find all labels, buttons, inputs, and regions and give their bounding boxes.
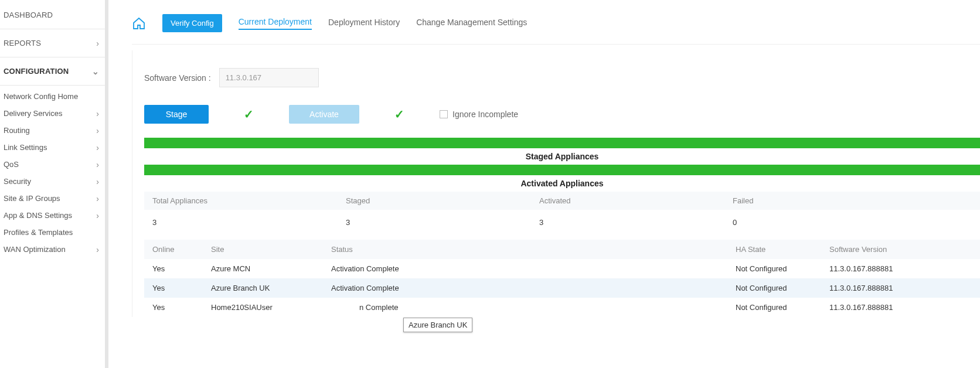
summary-header-row: Total Appliances Staged Activated Failed xyxy=(144,192,980,210)
sidebar-item-label: QoS xyxy=(4,160,19,169)
th-online: Online xyxy=(152,245,211,254)
sidebar-item-qos[interactable]: QoS › xyxy=(0,156,105,173)
sidebar-item-wan-optimization[interactable]: WAN Optimization › xyxy=(0,241,105,258)
table-row[interactable]: Yes Azure Branch UK Activation Complete … xyxy=(144,278,980,298)
summary-header: Failed xyxy=(733,196,926,205)
tab-deployment-history[interactable]: Deployment History xyxy=(328,18,400,29)
sidebar-item-delivery-services[interactable]: Delivery Services › xyxy=(0,105,105,122)
sidebar-item-app-dns-settings[interactable]: App & DNS Settings › xyxy=(0,207,105,224)
chevron-right-icon: › xyxy=(96,110,99,118)
cell-online: Yes xyxy=(152,284,211,292)
th-status: Status xyxy=(331,245,736,254)
chevron-right-icon: › xyxy=(96,127,99,135)
cell-status: n Complete xyxy=(331,303,736,312)
chevron-right-icon: › xyxy=(96,195,99,203)
cell-online: Yes xyxy=(152,264,211,273)
cell-online: Yes xyxy=(152,303,211,312)
sidebar: DASHBOARD REPORTS › CONFIGURATION ⌄ Netw… xyxy=(0,0,108,368)
site-tooltip: Azure Branch UK xyxy=(403,318,472,332)
sidebar-item-label: Link Settings xyxy=(4,143,47,152)
sidebar-item-network-config-home[interactable]: Network Config Home xyxy=(0,88,105,105)
nav-dashboard[interactable]: DASHBOARD xyxy=(0,4,105,26)
sidebar-item-label: Site & IP Groups xyxy=(4,194,60,203)
main-panel: Verify Config Current Deployment Deploym… xyxy=(108,0,980,368)
cell-site: Azure Branch UK xyxy=(211,284,331,292)
summary-value: 3 xyxy=(346,218,539,227)
summary-value: 3 xyxy=(152,218,346,227)
checkbox-icon xyxy=(440,110,448,118)
chevron-right-icon: › xyxy=(96,246,99,254)
cell-ha: Not Configured xyxy=(736,303,829,312)
stage-button[interactable]: Stage xyxy=(144,105,209,124)
sidebar-item-label: App & DNS Settings xyxy=(4,211,72,220)
sidebar-item-label: Profiles & Templates xyxy=(4,228,73,237)
sidebar-item-site-ip-groups[interactable]: Site & IP Groups › xyxy=(0,190,105,207)
chevron-right-icon: › xyxy=(96,178,99,186)
activated-progress-bar xyxy=(144,165,980,175)
tab-current-deployment[interactable]: Current Deployment xyxy=(239,17,312,30)
summary-header: Activated xyxy=(539,196,733,205)
summary-value-row: 3 3 3 0 xyxy=(144,210,980,235)
sidebar-item-link-settings[interactable]: Link Settings › xyxy=(0,139,105,156)
sidebar-item-security[interactable]: Security › xyxy=(0,173,105,190)
sidebar-item-label: Routing xyxy=(4,126,30,135)
chevron-right-icon: › xyxy=(96,144,99,152)
cell-site: Home210SIAUser xyxy=(211,303,331,312)
home-icon[interactable] xyxy=(132,16,146,30)
summary-value: 0 xyxy=(733,218,926,227)
cell-sw: 11.3.0.167.888881 xyxy=(829,303,935,312)
software-version-label: Software Version : xyxy=(144,73,211,83)
sidebar-item-label: WAN Optimization xyxy=(4,245,66,254)
nav-configuration[interactable]: CONFIGURATION ⌄ xyxy=(0,60,105,83)
sidebar-item-label: Delivery Services xyxy=(4,109,62,118)
software-version-input[interactable] xyxy=(219,68,319,87)
content: Software Version : Stage ✓ Activate ✓ Ig… xyxy=(132,50,980,317)
th-software-version: Software Version xyxy=(829,245,935,254)
sidebar-item-routing[interactable]: Routing › xyxy=(0,122,105,139)
nav-reports[interactable]: REPORTS › xyxy=(0,32,105,54)
sidebar-item-profiles-templates[interactable]: Profiles & Templates xyxy=(0,224,105,241)
verify-config-button[interactable]: Verify Config xyxy=(162,14,222,32)
summary-header: Total Appliances xyxy=(152,196,346,205)
tab-bar: Verify Config Current Deployment Deploym… xyxy=(132,14,980,45)
table-row[interactable]: Yes Azure MCN Activation Complete Not Co… xyxy=(144,259,980,278)
nav-label: CONFIGURATION xyxy=(4,67,69,76)
cell-site: Azure MCN xyxy=(211,264,331,273)
activate-button[interactable]: Activate xyxy=(289,105,359,124)
chevron-right-icon: › xyxy=(96,212,99,220)
tab-change-mgmt-settings[interactable]: Change Management Settings xyxy=(416,18,527,29)
nav-label: REPORTS xyxy=(4,39,41,47)
cell-ha: Not Configured xyxy=(736,264,829,273)
nav-label: DASHBOARD xyxy=(4,11,53,19)
sidebar-item-label: Security xyxy=(4,177,31,186)
cell-ha: Not Configured xyxy=(736,284,829,292)
stage-check-icon: ✓ xyxy=(244,107,254,121)
th-ha-state: HA State xyxy=(736,245,829,254)
table-row[interactable]: Yes Home210SIAUser n Complete Not Config… xyxy=(144,298,980,317)
activate-check-icon: ✓ xyxy=(394,107,404,121)
appliance-table-header: Online Site Status HA State Software Ver… xyxy=(144,240,980,259)
sidebar-item-label: Network Config Home xyxy=(4,92,78,101)
cell-sw: 11.3.0.167.888881 xyxy=(829,264,935,273)
th-site: Site xyxy=(211,245,331,254)
ignore-incomplete-checkbox[interactable]: Ignore Incomplete xyxy=(440,110,518,119)
activated-appliances-title: Activated Appliances xyxy=(144,175,980,192)
ignore-incomplete-label: Ignore Incomplete xyxy=(452,110,518,119)
cell-status: Activation Complete xyxy=(331,284,736,292)
chevron-right-icon: › xyxy=(96,39,99,47)
summary-header: Staged xyxy=(346,196,539,205)
staged-appliances-title: Staged Appliances xyxy=(144,148,980,165)
staged-progress-bar xyxy=(144,138,980,148)
chevron-right-icon: › xyxy=(96,161,99,169)
chevron-down-icon: ⌄ xyxy=(92,67,99,76)
summary-value: 3 xyxy=(539,218,733,227)
cell-status: Activation Complete xyxy=(331,264,736,273)
cell-sw: 11.3.0.167.888881 xyxy=(829,284,935,292)
